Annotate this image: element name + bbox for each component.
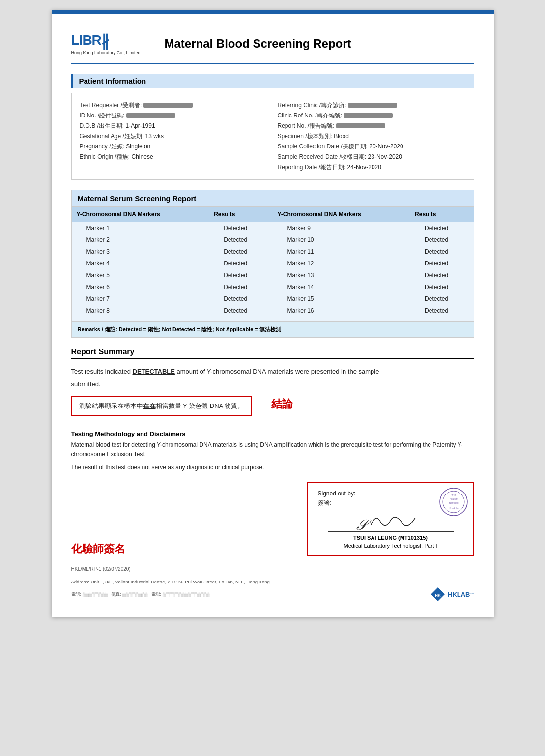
left-marker-result: Detected: [209, 222, 272, 234]
footer-phones: 電話: ░░░░░░░░ 傳真: ░░░░░░░░ 電郵: ░░░░░░░░░░…: [71, 591, 210, 598]
left-marker-result: Detected: [209, 305, 272, 317]
footer-address: Address: Unit F, 8/F., Valiant Industria…: [71, 575, 474, 602]
right-marker-result: Detected: [410, 281, 473, 293]
patient-row-id: ID No. /證件號碼:: [80, 111, 268, 121]
logo-area: LIBR∦ Hong Kong Laboratory Co., Limited: [71, 32, 150, 55]
right-marker-name: Marker 9: [272, 222, 410, 234]
report-title: Maternal Blood Screening Report: [165, 37, 351, 51]
remarks: Remarks / 備註: Detected = 陽性; Not Detecte…: [72, 321, 474, 337]
conclusion-box: 測驗結果顯示在樣本中在在相當數量 Y 染色體 DNA 物質。: [71, 396, 252, 416]
table-row: Marker 5 Detected Marker 13 Detected: [72, 269, 474, 281]
methodology-header: Testing Methodology and Disclaimers: [71, 430, 474, 437]
patient-row-clinic: Referring Clinic /轉介診所:: [278, 100, 466, 111]
methodology-text1: Maternal blood test for detecting Y-chro…: [71, 440, 474, 459]
conclusion-cn-text: 測驗結果顯示在樣本中在在相當數量 Y 染色體 DNA 物質。: [79, 402, 244, 410]
left-marker-name: Marker 4: [72, 258, 209, 269]
methodology-section: Testing Methodology and Disclaimers Mate…: [71, 430, 474, 473]
patient-row-ethnic: Ethnic Origin /種族: Chinese: [80, 152, 268, 162]
right-marker-result: Detected: [410, 222, 473, 234]
signer-title: Medical Laboratory Technologist, Part I: [318, 543, 463, 549]
signature-svg: [366, 510, 425, 530]
conclusion-row: 測驗結果顯示在樣本中在在相當數量 Y 染色體 DNA 物質。 結論: [71, 392, 474, 420]
left-marker-name: Marker 6: [72, 281, 209, 293]
detectable-word: DETECTABLE: [133, 368, 175, 375]
right-marker-name: Marker 13: [272, 269, 410, 281]
left-marker-name: Marker 3: [72, 246, 209, 258]
right-marker-result: Detected: [410, 269, 473, 281]
signature-box: 香港 化驗所 有限公司 HK Lab Co. Signed out by: 簽署…: [307, 482, 474, 556]
col4-header: Results: [410, 207, 473, 222]
col2-header: Results: [209, 207, 272, 222]
left-marker-result: Detected: [209, 246, 272, 258]
table-row: Marker 7 Detected Marker 15 Detected: [72, 293, 474, 305]
svg-text:HK Lab Co.: HK Lab Co.: [448, 507, 459, 509]
patient-info-box: Test Requester /受測者: ID No. /證件號碼: D.O.B…: [71, 93, 474, 180]
patient-info-header: Patient Information: [71, 74, 474, 88]
logo-text: LIBR∦: [71, 32, 150, 49]
summary-submitted: submitted.: [71, 379, 474, 390]
table-row: Marker 8 Detected Marker 16 Detected: [72, 305, 474, 317]
patient-row-collection: Sample Collection Date /採樣日期: 20-Nov-202…: [278, 142, 466, 152]
left-marker-name: Marker 8: [72, 305, 209, 317]
right-marker-name: Marker 16: [272, 305, 410, 317]
right-marker-name: Marker 15: [272, 293, 410, 305]
right-marker-result: Detected: [410, 293, 473, 305]
svg-text:HK: HK: [435, 593, 441, 598]
left-marker-name: Marker 1: [72, 222, 209, 234]
signature-image: 𝒮​: [328, 510, 454, 532]
left-marker-result: Detected: [209, 293, 272, 305]
svg-text:化驗所: 化驗所: [450, 497, 457, 500]
address-line: Address: Unit F, 8/F., Valiant Industria…: [71, 579, 474, 584]
hklab-logo: HK HKLAB ™: [430, 586, 474, 602]
right-marker-result: Detected: [410, 234, 473, 246]
table-row: Marker 3 Detected Marker 11 Detected: [72, 246, 474, 258]
report-summary: Report Summary Test results indicated DE…: [71, 348, 474, 420]
col3-header: Y-Chromosomal DNA Markers: [272, 207, 410, 222]
table-row: Marker 1 Detected Marker 9 Detected: [72, 222, 474, 234]
table-row: Marker 4 Detected Marker 12 Detected: [72, 258, 474, 269]
left-marker-result: Detected: [209, 258, 272, 269]
chemist-label: 化驗師簽名: [71, 542, 125, 556]
patient-row-received: Sample Received Date /收樣日期: 23-Nov-2020: [278, 152, 466, 162]
right-marker-name: Marker 12: [272, 258, 410, 269]
patient-row-dob: D.O.B /出生日期: 1-Apr-1991: [80, 121, 268, 131]
summary-text1: Test results indicated DETECTABLE amount…: [71, 366, 474, 377]
patient-left-col: Test Requester /受測者: ID No. /證件號碼: D.O.B…: [80, 100, 268, 173]
stamp-icon: 香港 化驗所 有限公司 HK Lab Co.: [439, 487, 468, 517]
signature-section: 化驗師簽名 香港 化驗所 有限公司 HK Lab Co. Signed out …: [71, 482, 474, 556]
signed-out-en: Signed out by:: [318, 490, 356, 497]
patient-row-reporting: Reporting Date /報告日期: 24-Nov-2020: [278, 162, 466, 173]
footer-ref: HKL/ML/RP-1 (02/07/2020): [71, 566, 474, 572]
serum-section: Maternal Serum Screening Report Y-Chromo…: [71, 190, 474, 338]
serum-table: Y-Chromosomal DNA Markers Results Y-Chro…: [72, 207, 474, 321]
col1-header: Y-Chromosomal DNA Markers: [72, 207, 209, 222]
signer-name: TSUI SAI LEUNG (MT101315): [318, 535, 463, 541]
left-marker-name: Marker 7: [72, 293, 209, 305]
table-row: Marker 6 Detected Marker 14 Detected: [72, 281, 474, 293]
patient-grid: Test Requester /受測者: ID No. /證件號碼: D.O.B…: [80, 100, 466, 173]
page: LIBR∦ Hong Kong Laboratory Co., Limited …: [52, 10, 494, 617]
right-marker-name: Marker 14: [272, 281, 410, 293]
patient-row-specimen: Specimen /樣本類別: Blood: [278, 131, 466, 142]
patient-row-clinicref: Clinic Ref No. /轉介編號:: [278, 111, 466, 121]
patient-row-requester: Test Requester /受測者:: [80, 100, 268, 111]
right-marker-result: Detected: [410, 246, 473, 258]
top-bar: [52, 10, 494, 14]
footer-bottom: 電話: ░░░░░░░░ 傳真: ░░░░░░░░ 電郵: ░░░░░░░░░░…: [71, 586, 474, 602]
summary-header: Report Summary: [71, 348, 474, 359]
logo-subtitle: Hong Kong Laboratory Co., Limited: [71, 50, 150, 55]
left-marker-name: Marker 5: [72, 269, 209, 281]
hklab-text: HKLAB: [448, 591, 470, 598]
right-marker-name: Marker 11: [272, 246, 410, 258]
hklab-diamond-icon: HK: [430, 586, 446, 602]
right-marker-name: Marker 10: [272, 234, 410, 246]
methodology-text2: The result of this test does not serve a…: [71, 463, 474, 472]
left-marker-result: Detected: [209, 281, 272, 293]
table-row: Marker 2 Detected Marker 10 Detected: [72, 234, 474, 246]
patient-row-gest: Gestational Age /妊娠期: 13 wks: [80, 131, 268, 142]
right-marker-result: Detected: [410, 305, 473, 317]
conclusion-label: 結論: [271, 397, 293, 411]
left-marker-result: Detected: [209, 234, 272, 246]
patient-row-preg: Pregnancy /妊娠: Singleton: [80, 142, 268, 152]
header: LIBR∦ Hong Kong Laboratory Co., Limited …: [71, 32, 474, 64]
